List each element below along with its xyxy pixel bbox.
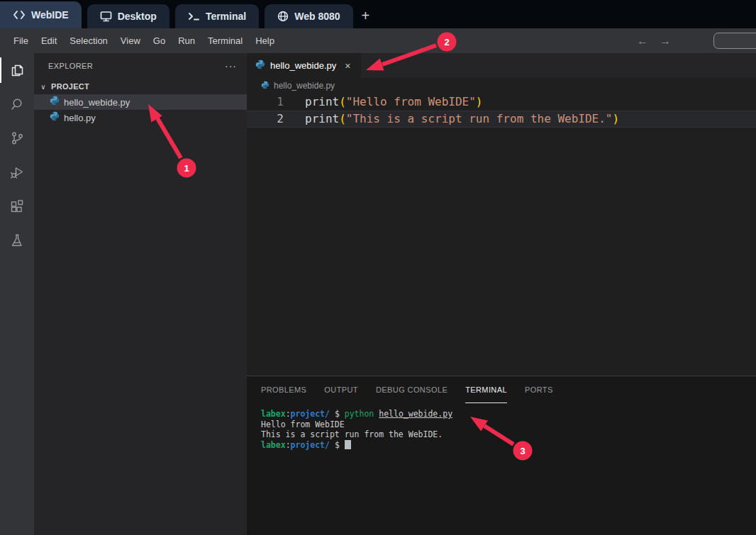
file-name: hello.py: [64, 113, 96, 123]
editor-area: hello_webide.py × hello_webide.py 1print…: [247, 53, 756, 376]
explorer-sidebar: EXPLORER ··· ∨ PROJECT hello_webide.py h…: [34, 53, 247, 535]
explorer-title: EXPLORER: [48, 62, 93, 70]
activity-explorer-icon[interactable]: [0, 53, 34, 87]
file-hello-webide-py[interactable]: hello_webide.py: [34, 94, 247, 110]
terminal-line-1: labex:project/ $ python hello_webide.py: [261, 409, 756, 419]
code-icon: [13, 10, 26, 20]
code-editor[interactable]: 1print("Hello from WebIDE")2print("This …: [247, 94, 756, 128]
webide-screen: WebIDE Desktop Terminal Web 8080 + FileE…: [0, 0, 756, 535]
back-arrow-icon[interactable]: ←: [637, 35, 648, 47]
terminal-prompt-icon: [188, 11, 200, 21]
top-tab-label: WebIDE: [31, 9, 69, 21]
top-tab-label: Web 8080: [294, 11, 340, 22]
panel-tab-debug-console[interactable]: DEBUG CONSOLE: [376, 376, 448, 403]
menu-edit[interactable]: Edit: [35, 32, 63, 50]
activity-run-debug-icon[interactable]: [0, 155, 34, 189]
explorer-header: EXPLORER ···: [34, 53, 247, 79]
activity-source-control-icon[interactable]: [0, 121, 34, 155]
editor-tab-label: hello_webide.py: [270, 60, 336, 71]
panel-tab-bar: PROBLEMSOUTPUTDEBUG CONSOLETERMINALPORTS: [247, 376, 756, 403]
menu-terminal[interactable]: Terminal: [201, 32, 249, 50]
breadcrumb[interactable]: hello_webide.py: [247, 78, 756, 94]
top-tab-webide[interactable]: WebIDE: [0, 1, 82, 28]
python-file-icon: [50, 96, 60, 108]
command-search-box[interactable]: [713, 33, 756, 49]
terminal-output[interactable]: labex:project/ $ python hello_webide.pyH…: [247, 403, 756, 450]
activity-extensions-icon[interactable]: [0, 189, 34, 223]
menu-view[interactable]: View: [114, 32, 147, 50]
editor-tab-hello-webide-py[interactable]: hello_webide.py ×: [247, 53, 361, 78]
python-file-icon: [261, 79, 269, 92]
terminal-line-2: Hello from WebIDE: [261, 419, 756, 430]
globe-icon: [277, 11, 289, 22]
code-line-2[interactable]: 2print("This is a script run from the We…: [247, 111, 756, 128]
new-tab-button[interactable]: +: [359, 8, 377, 28]
history-nav: ← →: [637, 28, 671, 53]
bottom-panel: PROBLEMSOUTPUTDEBUG CONSOLETERMINALPORTS…: [247, 376, 756, 535]
forward-arrow-icon[interactable]: →: [660, 35, 671, 47]
python-file-icon: [255, 60, 265, 72]
explorer-more-actions-icon[interactable]: ···: [225, 60, 237, 72]
breadcrumb-file-name: hello_webide.py: [274, 81, 335, 91]
menu-run[interactable]: Run: [172, 32, 201, 50]
panel-tab-ports[interactable]: PORTS: [525, 376, 553, 403]
line-number: 1: [247, 94, 284, 111]
terminal-line-3: This is a script run from the WebIDE.: [261, 429, 756, 440]
terminal-cursor: [345, 440, 351, 449]
python-file-icon: [50, 111, 60, 124]
top-tab-desktop[interactable]: Desktop: [87, 4, 169, 28]
panel-tab-problems[interactable]: PROBLEMS: [261, 376, 306, 403]
panel-tab-terminal[interactable]: TERMINAL: [465, 376, 507, 403]
project-tree-label: PROJECT: [51, 82, 89, 91]
top-tab-bar: WebIDE Desktop Terminal Web 8080 +: [0, 0, 756, 28]
file-name: hello_webide.py: [64, 97, 130, 108]
activity-search-icon[interactable]: [0, 87, 34, 121]
menu-help[interactable]: Help: [249, 32, 281, 50]
menu-go[interactable]: Go: [147, 32, 172, 50]
project-tree-header[interactable]: ∨ PROJECT: [34, 79, 247, 94]
menu-bar: FileEditSelectionViewGoRunTerminalHelp ←…: [0, 28, 756, 53]
editor-tab-strip: hello_webide.py ×: [247, 53, 756, 78]
file-hello-py[interactable]: hello.py: [34, 110, 247, 125]
top-tab-terminal[interactable]: Terminal: [175, 4, 259, 28]
menu-file[interactable]: File: [7, 32, 35, 50]
monitor-icon: [100, 11, 112, 22]
chevron-down-icon: ∨: [38, 83, 48, 91]
menu-selection[interactable]: Selection: [63, 32, 113, 50]
top-tab-web-8080[interactable]: Web 8080: [265, 4, 352, 28]
terminal-line-4: labex:project/ $: [261, 440, 756, 451]
activity-bar: [0, 53, 34, 535]
top-tab-label: Terminal: [206, 11, 246, 22]
close-icon[interactable]: ×: [341, 60, 354, 72]
activity-testing-icon[interactable]: [0, 223, 34, 257]
menu-items: FileEditSelectionViewGoRunTerminalHelp: [0, 32, 281, 50]
line-number: 2: [247, 111, 284, 128]
top-tab-label: Desktop: [118, 11, 157, 22]
code-line-1[interactable]: 1print("Hello from WebIDE"): [247, 94, 756, 111]
panel-tab-output[interactable]: OUTPUT: [324, 376, 358, 403]
